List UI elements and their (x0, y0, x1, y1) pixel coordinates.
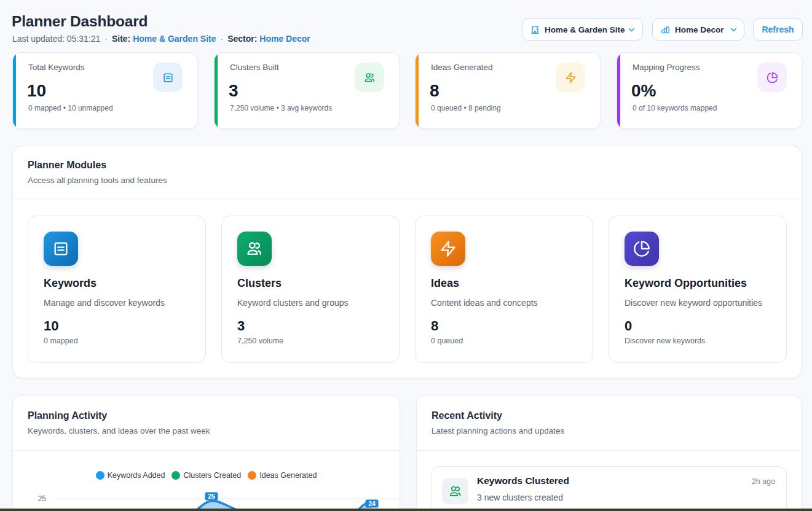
svg-text:25: 25 (38, 494, 47, 503)
svg-text:24: 24 (368, 500, 376, 507)
svg-text:25: 25 (208, 493, 215, 500)
